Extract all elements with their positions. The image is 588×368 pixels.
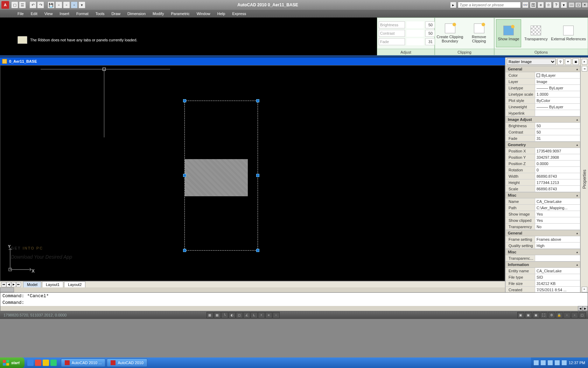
tray-icon[interactable] (555, 360, 560, 365)
otrack-toggle[interactable]: ∠ (243, 312, 250, 318)
fade-slider[interactable] (406, 38, 424, 45)
tab-nav-first[interactable]: ⏮ (1, 282, 6, 287)
cat-general[interactable]: General (505, 66, 580, 72)
menu-edit[interactable]: Edit (27, 10, 41, 18)
command-window[interactable]: Command: *Cancel* Command: ◀ ▶ (0, 292, 588, 311)
contrast-value[interactable]: 50 (425, 30, 436, 37)
prop-rotation-value[interactable]: 0 (535, 167, 580, 173)
polar-toggle[interactable]: ◐ (229, 312, 236, 318)
cat-image-adjust[interactable]: Image Adjust (505, 116, 580, 123)
brightness-slider[interactable] (406, 21, 424, 28)
command-scrollbar[interactable]: ◀ ▶ (0, 306, 588, 311)
app-logo[interactable]: A (1, 1, 9, 9)
menu-express[interactable]: Express (229, 10, 250, 18)
prop-posz-value[interactable]: 0.0000 (535, 161, 580, 167)
menu-view[interactable]: View (41, 10, 56, 18)
quicklaunch-icon[interactable] (43, 360, 49, 366)
menu-window[interactable]: Window (193, 10, 214, 18)
prop-frame-value[interactable]: Frames above (535, 236, 580, 243)
raster-image-body[interactable] (185, 159, 248, 196)
object-type-select[interactable]: Raster Image (507, 59, 556, 65)
binoculars-icon[interactable]: 👓 (522, 2, 528, 8)
dropdown-icon[interactable]: ▾ (561, 2, 567, 8)
tray-icon[interactable] (541, 360, 546, 365)
prop-posx-value[interactable]: 1735489.9097 (535, 148, 580, 154)
prop-layer-value[interactable]: Image (535, 79, 580, 85)
help-icon[interactable]: ? (553, 2, 559, 8)
prop-showclipped-value[interactable]: Yes (535, 217, 580, 224)
grip-bottom-left[interactable] (183, 249, 186, 252)
prop-color-value[interactable]: ByLayer (535, 72, 580, 79)
prop-posy-value[interactable]: 334297.3908 (535, 154, 580, 161)
grip-mid-right[interactable] (256, 174, 259, 177)
palette-close-icon[interactable]: ✕ (582, 59, 587, 64)
tab-model[interactable]: Model (23, 281, 41, 288)
tray-icon[interactable] (534, 360, 539, 365)
qat-dropdown-icon[interactable]: ▾ (78, 1, 85, 8)
prop-fade-value[interactable]: 31 (535, 135, 580, 142)
tray-icon[interactable] (548, 360, 553, 365)
search-arrow-icon[interactable]: ▸ (450, 2, 456, 8)
grid-toggle[interactable]: ▦ (214, 312, 221, 318)
clean-screen-icon[interactable]: ▢ (579, 312, 586, 318)
cat-information[interactable]: Information (505, 261, 580, 268)
cat-misc[interactable]: Misc (505, 192, 580, 198)
quicklaunch-icon[interactable] (50, 360, 57, 366)
search-input[interactable] (458, 2, 521, 8)
prop-linetype-value[interactable]: ——— ByLayer (535, 85, 580, 91)
grip-bottom-right[interactable] (256, 249, 259, 252)
document-titlebar[interactable]: 0_Aer11_BASE (0, 57, 505, 65)
cat-geometry[interactable]: Geometry (505, 142, 580, 148)
prop-path-value[interactable]: C:\Aer_Mapping... (535, 205, 580, 211)
tray-icon[interactable] (562, 360, 567, 365)
lwt-toggle[interactable]: ≡ (265, 312, 272, 318)
maximize-button[interactable]: ▢ (575, 2, 581, 8)
create-clipping-button[interactable]: Create Clipping Boundary (436, 19, 463, 47)
isolate-objects-icon[interactable]: ▫ (571, 312, 578, 318)
palette-menu-icon[interactable]: ≡ (582, 287, 587, 292)
qat-icon[interactable]: ▫ (55, 1, 62, 8)
quick-select-icon[interactable]: ⚲ (557, 59, 564, 65)
comm-icon[interactable]: ≡ (538, 2, 544, 8)
palette-autohide-icon[interactable]: ⇥ (582, 66, 587, 71)
osnap-toggle[interactable]: ◻ (236, 312, 243, 318)
horizontal-scrollbar[interactable] (0, 287, 505, 292)
fade-value[interactable]: 31 (425, 38, 436, 45)
redo-icon[interactable]: ↷ (37, 1, 44, 8)
prop-quality-value[interactable]: High (535, 243, 580, 249)
dyn-toggle[interactable]: + (258, 312, 265, 318)
prop-lineweight-value[interactable]: ——— ByLayer (535, 104, 580, 110)
menu-insert[interactable]: Insert (56, 10, 73, 18)
remove-clipping-button[interactable]: Remove Clipping (465, 19, 492, 47)
scroll-left-icon[interactable]: ◀ (578, 306, 583, 311)
save-icon[interactable]: 💾 (48, 1, 55, 8)
image-selection-frame[interactable] (184, 101, 258, 251)
ortho-toggle[interactable]: └ (221, 312, 228, 318)
transparency-button[interactable]: Transparency (523, 19, 548, 47)
prop-ltscale-value[interactable]: 1.0000 (535, 91, 580, 97)
taskbar-item-autocad-doc[interactable]: AutoCAD 2010 ... (61, 359, 106, 367)
menu-modify[interactable]: Modify (149, 10, 167, 18)
menu-draw[interactable]: Draw (108, 10, 124, 18)
snap-toggle[interactable]: ▦ (206, 312, 214, 318)
prop-height-value[interactable]: 177344.1213 (535, 179, 580, 186)
prop-hyperlink-value[interactable] (535, 110, 580, 116)
quicklaunch-icon[interactable] (35, 360, 41, 366)
start-button[interactable]: start (0, 357, 24, 368)
quicklaunch-icon[interactable] (27, 360, 34, 366)
prop-contrast-value[interactable]: 50 (535, 129, 580, 135)
open-icon[interactable]: ☰ (19, 1, 26, 8)
cat-misc2[interactable]: Misc (505, 249, 580, 255)
command-prompt[interactable]: Command: (0, 299, 588, 306)
tab-nav-prev[interactable]: ◀ (6, 282, 11, 287)
qp-toggle[interactable]: ▫ (273, 312, 280, 318)
tab-layout2[interactable]: Layout2 (64, 281, 85, 288)
show-image-button[interactable]: Show Image (496, 19, 521, 47)
qat-icon[interactable]: ▫ (71, 1, 78, 8)
prop-scale-value[interactable]: 86890.8743 (535, 186, 580, 192)
qat-icon[interactable]: ▫ (63, 1, 70, 8)
external-references-button[interactable]: External References (551, 19, 586, 47)
prop-name-value[interactable]: CA_ClearLake (535, 198, 580, 205)
menu-format[interactable]: Format (73, 10, 92, 18)
menu-parametric[interactable]: Parametric (167, 10, 193, 18)
